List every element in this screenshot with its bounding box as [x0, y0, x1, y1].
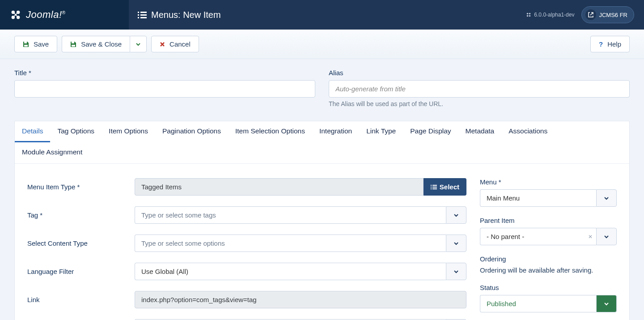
user-badge[interactable]: JCMS6 FR [581, 6, 634, 23]
svg-rect-7 [140, 14, 147, 16]
svg-rect-6 [138, 14, 139, 16]
chevron-down-icon [603, 234, 610, 240]
tab-item-selection-options[interactable]: Item Selection Options [228, 121, 312, 142]
joomla-icon [9, 8, 22, 21]
tab-module-assignment[interactable]: Module Assignment [15, 142, 89, 163]
tag-dropdown-button[interactable] [446, 206, 466, 224]
link-label: Link [27, 296, 135, 303]
header: Joomla!® Menus: New Item 6.0.0-alpha1-de… [0, 0, 644, 30]
content-type-input[interactable] [135, 235, 446, 252]
parent-item-value[interactable] [480, 228, 596, 245]
help-button[interactable]: ? Help [590, 36, 630, 52]
save-close-button[interactable]: Save & Close [62, 36, 130, 52]
language-filter-dropdown-button[interactable] [446, 263, 466, 280]
ordering-text: Ordering will be available after saving. [480, 266, 617, 274]
chevron-down-icon [136, 42, 141, 47]
title-input[interactable] [14, 80, 315, 98]
svg-point-2 [12, 16, 15, 19]
alias-input[interactable] [329, 80, 630, 98]
tab-body: Menu Item Type * Select Tag * [15, 164, 629, 320]
svg-rect-21 [432, 187, 437, 188]
tab-details[interactable]: Details [15, 121, 50, 142]
tab-pagination-options[interactable]: Pagination Options [155, 121, 228, 142]
alias-label: Alias [329, 69, 630, 77]
status-value[interactable] [480, 295, 596, 312]
header-right: 6.0.0-alpha1-dev JCMS6 FR [516, 0, 644, 30]
tab-tag-options[interactable]: Tag Options [50, 121, 102, 142]
cancel-label: Cancel [169, 40, 191, 48]
tab-row: Details Tag Options Item Options Paginat… [15, 121, 629, 164]
parent-item-dropdown-button[interactable] [596, 228, 617, 245]
title-area: Menus: New Item [129, 0, 516, 30]
svg-rect-14 [24, 42, 27, 43]
tag-label: Tag * [27, 211, 135, 219]
brand-area: Joomla!® [0, 0, 129, 30]
svg-rect-16 [72, 42, 74, 43]
parent-item-label: Parent Item [480, 217, 617, 224]
page-title: Menus: New Item [138, 10, 221, 20]
save-button[interactable]: Save [14, 36, 57, 52]
tab-associations[interactable]: Associations [501, 121, 555, 142]
tab-container: Details Tag Options Item Options Paginat… [14, 121, 630, 320]
select-menu-item-type-button[interactable]: Select [424, 178, 466, 196]
svg-rect-8 [138, 17, 139, 18]
save-label: Save [34, 40, 49, 48]
save-close-label: Save & Close [81, 40, 122, 48]
chevron-down-icon [453, 269, 459, 275]
svg-rect-19 [432, 185, 437, 186]
menu-dropdown-button[interactable] [596, 189, 617, 207]
version-badge[interactable]: 6.0.0-alpha1-dev [526, 12, 574, 18]
chevron-down-icon [603, 301, 610, 307]
tab-link-type[interactable]: Link Type [359, 121, 403, 142]
svg-rect-9 [140, 17, 147, 18]
list-icon [138, 10, 147, 19]
svg-point-10 [527, 13, 529, 15]
list-icon [431, 184, 437, 190]
ordering-label: Ordering [480, 255, 617, 263]
save-dropdown-button[interactable] [130, 36, 147, 52]
save-close-group: Save & Close [62, 36, 147, 52]
brand-name: Joomla!® [26, 9, 65, 21]
status-label: Status [480, 284, 617, 291]
brand-logo[interactable]: Joomla!® [9, 8, 65, 21]
svg-point-13 [529, 15, 531, 17]
language-filter-value[interactable] [135, 263, 446, 280]
save-icon [70, 41, 76, 47]
help-label: Help [607, 40, 621, 48]
svg-point-3 [17, 16, 20, 19]
title-section: Title * Alias The Alias will be used as … [0, 59, 644, 112]
svg-point-12 [527, 15, 529, 17]
tab-page-display[interactable]: Page Display [403, 121, 458, 142]
close-icon [160, 42, 165, 47]
toolbar: Save Save & Close Cancel ? Help [0, 30, 644, 59]
chevron-down-icon [603, 195, 610, 201]
menu-item-type-value [135, 178, 424, 196]
details-side: Menu * Parent Item ✕ [480, 178, 617, 320]
content-type-label: Select Content Type [27, 239, 135, 247]
status-dropdown-button[interactable] [596, 295, 617, 312]
menu-value[interactable] [480, 189, 596, 207]
svg-point-11 [529, 13, 531, 15]
tab-item-options[interactable]: Item Options [102, 121, 155, 142]
svg-rect-20 [431, 187, 432, 188]
svg-rect-18 [431, 185, 432, 186]
chevron-down-icon [453, 212, 459, 218]
content-type-dropdown-button[interactable] [446, 235, 466, 252]
select-label: Select [440, 183, 459, 191]
tab-metadata[interactable]: Metadata [458, 121, 502, 142]
menu-label: Menu * [480, 178, 617, 186]
language-filter-label: Language Filter [27, 268, 135, 275]
tag-input[interactable] [135, 206, 446, 224]
svg-rect-15 [24, 45, 28, 47]
title-label: Title * [14, 69, 315, 77]
svg-point-0 [12, 11, 15, 14]
version-text: 6.0.0-alpha1-dev [534, 12, 574, 18]
chevron-down-icon [453, 240, 459, 247]
page-title-text: Menus: New Item [151, 10, 221, 20]
cancel-button[interactable]: Cancel [151, 36, 199, 52]
clear-parent-button[interactable]: ✕ [588, 234, 593, 240]
tab-integration[interactable]: Integration [312, 121, 359, 142]
svg-point-1 [17, 11, 20, 14]
help-icon: ? [599, 40, 603, 48]
svg-rect-17 [72, 45, 75, 47]
